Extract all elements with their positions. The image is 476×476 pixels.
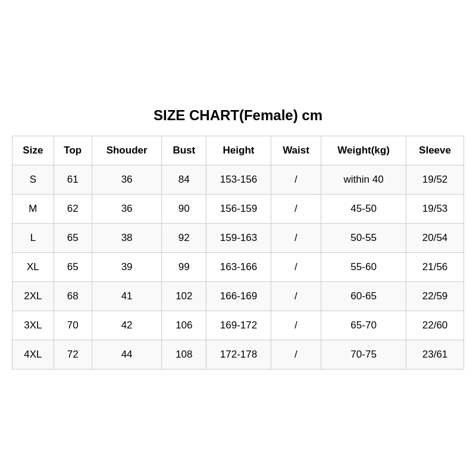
- table-cell: 20/54: [406, 223, 464, 252]
- col-top: Top: [54, 136, 92, 165]
- table-cell: L: [12, 223, 54, 252]
- table-cell: 22/59: [406, 281, 464, 311]
- table-row: 2XL6841102166-169/60-6522/59: [12, 281, 464, 311]
- table-cell: 159-163: [206, 223, 271, 252]
- chart-container: SIZE CHART(Female) cm Size Top Shouder B…: [6, 101, 470, 375]
- col-height: Height: [206, 136, 271, 165]
- table-cell: 153-156: [206, 165, 271, 194]
- table-cell: 102: [162, 281, 206, 311]
- table-cell: 19/52: [406, 165, 464, 194]
- table-cell: 68: [54, 281, 92, 311]
- table-cell: 41: [92, 281, 162, 311]
- col-shoulder: Shouder: [92, 136, 162, 165]
- col-waist: Waist: [271, 136, 321, 165]
- table-cell: 50-55: [321, 223, 406, 252]
- table-cell: 62: [54, 194, 92, 223]
- table-cell: 55-60: [321, 252, 406, 281]
- table-cell: 65-70: [321, 311, 406, 340]
- table-row: 4XL7244108172-178/70-7523/61: [12, 340, 464, 369]
- table-cell: 70-75: [321, 340, 406, 369]
- table-cell: /: [271, 252, 321, 281]
- col-sleeve: Sleeve: [406, 136, 464, 165]
- table-cell: 163-166: [206, 252, 271, 281]
- table-cell: 39: [92, 252, 162, 281]
- table-cell: 19/53: [406, 194, 464, 223]
- table-cell: 70: [54, 311, 92, 340]
- table-cell: 23/61: [406, 340, 464, 369]
- table-row: L653892159-163/50-5520/54: [12, 223, 464, 252]
- table-cell: 38: [92, 223, 162, 252]
- table-cell: 65: [54, 252, 92, 281]
- table-cell: 172-178: [206, 340, 271, 369]
- col-weight: Weight(kg): [321, 136, 406, 165]
- table-cell: 36: [92, 194, 162, 223]
- table-cell: /: [271, 281, 321, 311]
- table-cell: 4XL: [12, 340, 54, 369]
- table-cell: 44: [92, 340, 162, 369]
- table-cell: 65: [54, 223, 92, 252]
- table-cell: 42: [92, 311, 162, 340]
- table-cell: 60-65: [321, 281, 406, 311]
- col-bust: Bust: [162, 136, 206, 165]
- table-cell: S: [12, 165, 54, 194]
- table-cell: 84: [162, 165, 206, 194]
- table-cell: 106: [162, 311, 206, 340]
- header-row: Size Top Shouder Bust Height Waist Weigh…: [12, 136, 464, 165]
- table-row: 3XL7042106169-172/65-7022/60: [12, 311, 464, 340]
- table-cell: /: [271, 311, 321, 340]
- table-cell: M: [12, 194, 54, 223]
- table-cell: 166-169: [206, 281, 271, 311]
- chart-title: SIZE CHART(Female) cm: [12, 107, 464, 124]
- table-cell: /: [271, 340, 321, 369]
- table-cell: 169-172: [206, 311, 271, 340]
- table-cell: 45-50: [321, 194, 406, 223]
- table-cell: within 40: [321, 165, 406, 194]
- table-cell: 90: [162, 194, 206, 223]
- table-cell: 3XL: [12, 311, 54, 340]
- table-cell: 72: [54, 340, 92, 369]
- table-cell: 156-159: [206, 194, 271, 223]
- table-cell: 2XL: [12, 281, 54, 311]
- table-cell: /: [271, 165, 321, 194]
- table-cell: 99: [162, 252, 206, 281]
- size-chart-table: Size Top Shouder Bust Height Waist Weigh…: [12, 136, 464, 369]
- table-cell: 36: [92, 165, 162, 194]
- col-size: Size: [12, 136, 54, 165]
- table-cell: 22/60: [406, 311, 464, 340]
- table-row: M623690156-159/45-5019/53: [12, 194, 464, 223]
- table-cell: 61: [54, 165, 92, 194]
- table-row: XL653999163-166/55-6021/56: [12, 252, 464, 281]
- table-row: S613684153-156/within 4019/52: [12, 165, 464, 194]
- table-cell: /: [271, 223, 321, 252]
- table-cell: 21/56: [406, 252, 464, 281]
- table-cell: 92: [162, 223, 206, 252]
- table-cell: XL: [12, 252, 54, 281]
- table-cell: 108: [162, 340, 206, 369]
- table-cell: /: [271, 194, 321, 223]
